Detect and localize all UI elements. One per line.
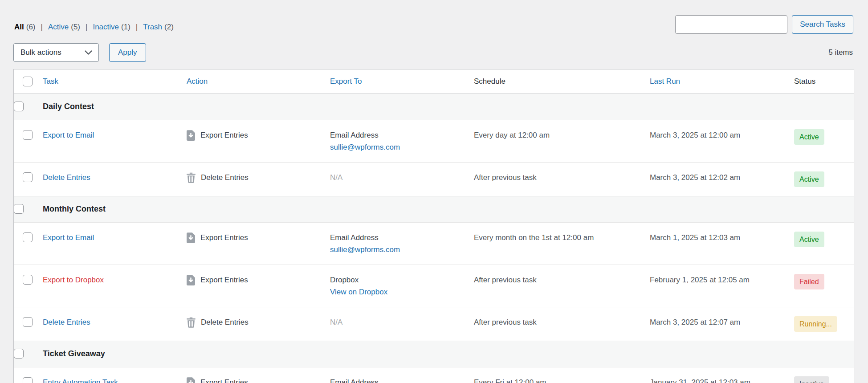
export-to-primary: N/A [330, 316, 469, 328]
group-row-checkbox[interactable] [14, 204, 24, 214]
filter-separator: | [41, 21, 43, 33]
task-link[interactable]: Entry Automation Task [43, 378, 118, 383]
filter-all: All(6) [14, 21, 36, 33]
status-filter-links: All(6)|Active(5)|Inactive(1)|Trash(2) [14, 21, 174, 33]
column-header-status: Status [794, 69, 854, 94]
export-to-primary: N/A [330, 171, 469, 183]
apply-button[interactable]: Apply [109, 43, 146, 62]
task-row-checkbox[interactable] [23, 130, 33, 140]
schedule-cell: After previous task [474, 307, 650, 341]
chevron-down-icon [85, 50, 92, 55]
task-row: Entry Automation Task [14, 367, 854, 383]
export-to-link[interactable]: sullie@wpforms.com [330, 143, 400, 151]
last-run-cell: March 3, 2025 at 12:07 am [650, 307, 794, 341]
last-run-cell: March 3, 2025 at 12:02 am [650, 163, 794, 196]
filter-active: Active(5) [48, 21, 80, 33]
export-entries-icon [187, 275, 195, 289]
group-row-checkbox[interactable] [14, 102, 24, 111]
task-row: Delete Entries De [14, 163, 854, 196]
topbar: All(6)|Active(5)|Inactive(1)|Trash(2) Se… [13, 0, 853, 34]
trash-icon [187, 172, 196, 187]
bulk-actions-selected-value: Bulk actions [20, 48, 61, 57]
action-label: Delete Entries [201, 316, 249, 328]
task-row-checkbox[interactable] [23, 232, 33, 242]
search-tasks-button[interactable]: Search Tasks [792, 15, 853, 34]
table-body: Daily Contest Export to Email [14, 94, 854, 383]
tasks-table: Task Action Export To Schedule Last Run … [13, 69, 854, 383]
bulk-actions: Bulk actions Apply [13, 43, 146, 62]
bulk-actions-select[interactable]: Bulk actions [13, 43, 99, 62]
group-title: Monthly Contest [43, 196, 854, 223]
status-badge: Running... [794, 316, 837, 332]
items-count: 5 items [828, 48, 853, 57]
filter-link[interactable]: All [14, 21, 24, 33]
select-all-header [14, 69, 43, 94]
filter-link[interactable]: Inactive [93, 21, 119, 33]
select-all-checkbox[interactable] [23, 77, 33, 86]
actions-row: Bulk actions Apply 5 items [13, 43, 853, 62]
export-entries-icon [187, 232, 195, 247]
task-link[interactable]: Export to Email [43, 131, 94, 139]
action-label: Export Entries [200, 274, 248, 286]
group-title: Daily Contest [43, 94, 854, 120]
search-box: Search Tasks [675, 15, 853, 34]
filter-link[interactable]: Trash [143, 21, 162, 33]
status-badge: Active [794, 232, 824, 247]
status-badge: Failed [794, 274, 824, 289]
filter-count: (2) [164, 21, 174, 33]
task-row-checkbox[interactable] [23, 377, 33, 383]
task-row: Delete Entries De [14, 307, 854, 341]
export-entries-icon [187, 377, 195, 383]
group-header-row: Daily Contest [14, 94, 854, 120]
filter-separator: | [86, 21, 87, 33]
column-header-last-run[interactable]: Last Run [650, 69, 794, 94]
group-header-row: Monthly Contest [14, 196, 854, 223]
task-row: Export to Email E [14, 120, 854, 163]
last-run-cell: March 1, 2025 at 12:03 am [650, 223, 794, 265]
action-label: Export Entries [200, 376, 248, 383]
column-header-schedule: Schedule [474, 69, 650, 94]
filter-count: (1) [121, 21, 130, 33]
task-link[interactable]: Delete Entries [43, 173, 90, 182]
schedule-cell: After previous task [474, 163, 650, 196]
task-link[interactable]: Export to Email [43, 233, 94, 242]
action-label: Delete Entries [201, 171, 249, 183]
last-run-cell: January 31, 2025 at 12:03 am [650, 367, 794, 383]
task-row-checkbox[interactable] [23, 172, 33, 182]
task-link[interactable]: Export to Dropbox [43, 276, 104, 284]
group-row-checkbox[interactable] [14, 349, 24, 359]
status-badge: Active [794, 171, 824, 187]
last-run-cell: March 3, 2025 at 12:00 am [650, 120, 794, 163]
column-header-task[interactable]: Task [43, 69, 187, 94]
schedule-cell: Every day at 12:00 am [474, 120, 650, 163]
export-to-primary: Dropbox [330, 274, 469, 286]
status-badge: Active [794, 129, 824, 145]
action-label: Export Entries [200, 232, 248, 244]
search-input[interactable] [675, 15, 787, 34]
schedule-cell: After previous task [474, 265, 650, 307]
filter-inactive: Inactive(1) [93, 21, 130, 33]
export-to-primary: Email Address [330, 376, 469, 383]
action-label: Export Entries [200, 129, 248, 141]
task-row: Export to Email E [14, 223, 854, 265]
last-run-cell: February 1, 2025 at 12:05 am [650, 265, 794, 307]
export-to-link[interactable]: sullie@wpforms.com [330, 245, 400, 254]
group-title: Ticket Giveaway [43, 341, 854, 367]
tasks-list-page: All(6)|Active(5)|Inactive(1)|Trash(2) Se… [0, 0, 868, 383]
filter-separator: | [136, 21, 138, 33]
export-to-primary: Email Address [330, 129, 469, 141]
task-row-checkbox[interactable] [23, 317, 33, 327]
filter-link[interactable]: Active [48, 21, 69, 33]
export-to-primary: Email Address [330, 232, 469, 244]
schedule-cell: Every month on the 1st at 12:00 am [474, 223, 650, 265]
column-header-action[interactable]: Action [187, 69, 330, 94]
task-link[interactable]: Delete Entries [43, 318, 90, 326]
filter-count: (5) [71, 21, 80, 33]
trash-icon [187, 317, 196, 331]
export-entries-icon [187, 130, 195, 144]
task-row: Export to Dropbox [14, 265, 854, 307]
column-header-export-to[interactable]: Export To [330, 69, 474, 94]
task-row-checkbox[interactable] [23, 275, 33, 285]
export-to-link[interactable]: View on Dropbox [330, 288, 387, 296]
table-header-row: Task Action Export To Schedule Last Run … [14, 69, 854, 94]
